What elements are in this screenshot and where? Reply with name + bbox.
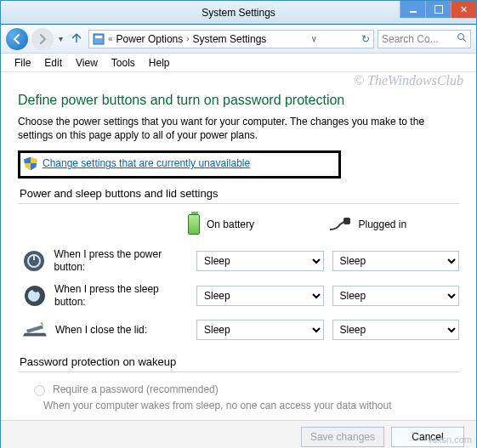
row-sleep-button: When I press the sleep button: Sleep Sle… (18, 278, 459, 313)
battery-icon (188, 214, 200, 235)
page-description: Choose the power settings that you want … (18, 115, 459, 142)
search-icon (457, 32, 467, 45)
address-dropdown[interactable]: v (312, 34, 316, 43)
svg-rect-0 (94, 34, 104, 44)
close-button[interactable] (451, 1, 476, 18)
change-settings-link-text: Change settings that are currently unava… (43, 157, 250, 169)
on-battery-label: On battery (207, 218, 254, 230)
require-password-option: Require a password (recommended) (18, 379, 459, 400)
col-plugged-in: Plugged in (328, 218, 460, 231)
svg-point-5 (24, 251, 44, 271)
row-power-button: When I press the power button: Sleep Sle… (18, 243, 459, 278)
close-lid-battery-select[interactable]: Sleep (196, 320, 324, 340)
close-lid-plugged-select[interactable]: Sleep (332, 320, 460, 340)
menu-tools[interactable]: Tools (106, 55, 140, 71)
sleep-button-label: When I press the sleep button: (54, 283, 188, 308)
power-button-label: When I press the power button: (54, 248, 188, 273)
address-bar[interactable]: « Power Options › System Settings v ↻ (88, 30, 374, 48)
column-headers: On battery Plugged in (18, 211, 459, 243)
nav-back-button[interactable] (6, 28, 28, 50)
menu-view[interactable]: View (71, 55, 103, 71)
require-password-radio (34, 385, 45, 396)
svg-point-2 (458, 34, 464, 40)
nav-history-dropdown[interactable]: ▾ (57, 34, 65, 43)
menu-edit[interactable]: Edit (39, 55, 67, 71)
change-settings-highlight: Change settings that are currently unava… (18, 150, 341, 179)
menubar: File Edit View Tools Help (1, 54, 476, 72)
power-button-icon (23, 249, 45, 273)
divider (18, 203, 459, 204)
breadcrumb-sep: › (186, 34, 189, 43)
arrow-right-icon (37, 33, 48, 45)
nav-up-button[interactable] (68, 31, 85, 46)
password-section-title: Password protection on wakeup (20, 355, 459, 368)
menu-help[interactable]: Help (144, 55, 175, 71)
refresh-button[interactable]: ↻ (361, 33, 370, 45)
window-frame: System Settings ▾ « Power Options › Syst… (0, 0, 477, 448)
source-note: vsxsn.com (428, 434, 472, 445)
nav-forward-button (31, 28, 54, 50)
breadcrumb-glyph: « (108, 34, 113, 43)
plug-icon (328, 218, 352, 231)
power-buttons-section-title: Power and sleep buttons and lid settings (20, 187, 459, 200)
breadcrumb-system-settings[interactable]: System Settings (193, 33, 267, 45)
maximize-button[interactable] (425, 1, 451, 18)
row-close-lid: When I close the lid: Sleep Sleep (18, 313, 459, 347)
arrow-left-icon (11, 33, 23, 45)
sleep-button-battery-select[interactable]: Sleep (196, 286, 324, 306)
svg-rect-4 (344, 218, 350, 224)
plugged-in-label: Plugged in (359, 218, 407, 230)
change-settings-link[interactable]: Change settings that are currently unava… (24, 156, 250, 170)
nav-toolbar: ▾ « Power Options › System Settings v ↻ … (1, 25, 476, 54)
minimize-button[interactable] (400, 1, 425, 18)
svg-rect-1 (95, 36, 102, 38)
footer-buttons: Save changes Cancel (1, 420, 476, 448)
require-password-description: When your computer wakes from sleep, no … (18, 400, 459, 413)
window-title: System Settings (202, 7, 275, 19)
window-controls (400, 1, 476, 18)
search-box[interactable]: Search Co... (378, 30, 471, 48)
svg-line-3 (463, 39, 466, 42)
col-on-battery: On battery (188, 214, 320, 235)
password-section: Password protection on wakeup Require a … (18, 355, 459, 413)
power-button-battery-select[interactable]: Sleep (196, 251, 324, 271)
uac-shield-icon (24, 156, 37, 170)
content-pane: Define power buttons and turn on passwor… (1, 72, 476, 420)
sleep-button-icon (23, 284, 46, 308)
search-placeholder: Search Co... (382, 33, 439, 45)
require-password-label: Require a password (recommended) (53, 383, 219, 395)
control-panel-icon (93, 33, 105, 45)
menu-file[interactable]: File (9, 55, 36, 71)
page-heading: Define power buttons and turn on passwor… (18, 93, 459, 108)
titlebar: System Settings (1, 1, 476, 25)
divider (18, 371, 459, 372)
breadcrumb-power-options[interactable]: Power Options (116, 33, 184, 45)
power-button-plugged-select[interactable]: Sleep (332, 251, 460, 271)
close-lid-label: When I close the lid: (55, 324, 147, 336)
arrow-up-icon (71, 31, 82, 43)
sleep-button-plugged-select[interactable]: Sleep (332, 286, 460, 306)
laptop-lid-icon (23, 318, 47, 342)
save-changes-button: Save changes (301, 427, 384, 447)
